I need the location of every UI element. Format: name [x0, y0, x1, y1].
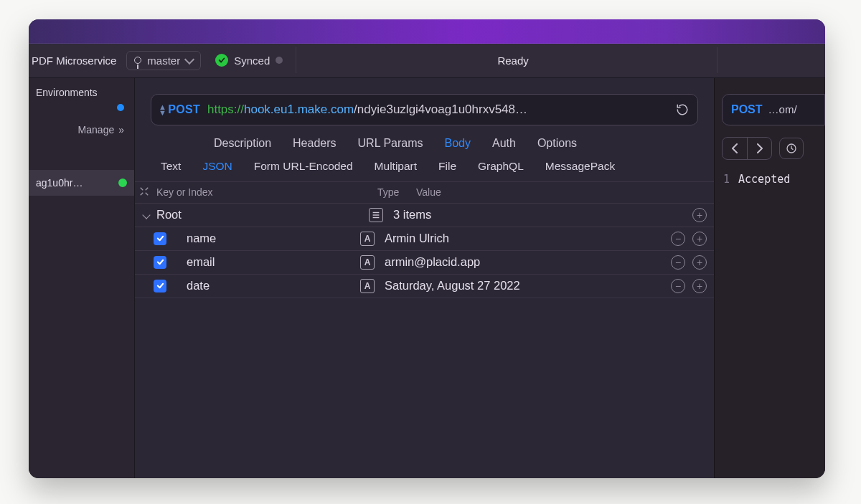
json-row[interactable]: name A Armin Ulrich − +: [135, 227, 714, 251]
divider: [717, 47, 718, 73]
http-method: POST: [168, 103, 200, 116]
history-forward-button[interactable]: [747, 138, 771, 159]
response-body[interactable]: 1 Accepted: [715, 173, 825, 186]
row-enabled-checkbox[interactable]: [154, 232, 166, 245]
bodytype-form[interactable]: Form URL-Encoded: [254, 160, 353, 173]
remove-row-button[interactable]: −: [671, 232, 685, 246]
json-row[interactable]: email A armin@placid.app − +: [135, 251, 714, 275]
line-number: 1: [723, 173, 730, 186]
disclosure-toggle[interactable]: [139, 212, 154, 218]
sort-arrows-icon: ▲▼: [159, 104, 166, 115]
project-name[interactable]: PDF Microservice: [32, 54, 116, 67]
window-titlebar[interactable]: [29, 19, 825, 44]
chevron-right-icon: »: [118, 124, 124, 135]
environment-name: ag1u0hr…: [36, 177, 113, 189]
response-nav: [722, 137, 825, 160]
tab-url-params[interactable]: URL Params: [358, 137, 423, 150]
sync-label: Synced: [234, 54, 270, 67]
url-bar[interactable]: ▲▼ POST https://hook.eu1.make.com/ndyie3…: [151, 94, 698, 125]
tab-headers[interactable]: Headers: [293, 137, 336, 150]
environment-item[interactable]: ag1u0hr…: [29, 170, 134, 196]
json-key[interactable]: date: [172, 279, 360, 293]
tab-auth[interactable]: Auth: [492, 137, 516, 150]
json-value[interactable]: armin@placid.app: [385, 255, 671, 269]
sidebar-header: Environments: [29, 78, 134, 103]
remove-row-button[interactable]: −: [671, 255, 685, 270]
col-value: Value: [416, 186, 707, 198]
send-request-button[interactable]: [673, 100, 692, 119]
root-key: Root: [154, 208, 369, 222]
manage-environments[interactable]: Manage »: [29, 111, 134, 148]
manage-label: Manage: [78, 124, 115, 135]
json-value[interactable]: Armin Ulrich: [385, 232, 671, 245]
type-string-icon[interactable]: A: [360, 255, 375, 270]
type-object-icon[interactable]: [369, 208, 383, 222]
request-panel: ▲▼ POST https://hook.eu1.make.com/ndyie3…: [135, 78, 714, 478]
active-indicator-icon: [118, 179, 127, 187]
add-row-button[interactable]: +: [692, 279, 707, 293]
tab-options[interactable]: Options: [537, 137, 577, 150]
divider: [296, 47, 296, 73]
row-enabled-checkbox[interactable]: [154, 280, 166, 293]
url-input[interactable]: https://hook.eu1.make.com/ndyie3uzlgi4vo…: [207, 103, 666, 117]
add-row-button[interactable]: +: [692, 232, 707, 246]
sync-status[interactable]: Synced: [215, 54, 283, 67]
app-window: PDF Microservice master Synced Ready Env…: [29, 19, 825, 478]
tab-body[interactable]: Body: [445, 137, 471, 150]
bodytype-msgpack[interactable]: MessagePack: [545, 160, 615, 173]
json-value[interactable]: Saturday, August 27 2022: [385, 279, 671, 293]
history-button[interactable]: [779, 138, 804, 159]
bodytype-json[interactable]: JSON: [202, 160, 232, 173]
branch-icon: [134, 57, 141, 64]
tab-description[interactable]: Description: [214, 137, 271, 150]
check-icon: [215, 54, 228, 67]
branch-name: master: [147, 54, 180, 67]
remove-row-button[interactable]: −: [671, 279, 685, 293]
body-type-tabs: Text JSON Form URL-Encoded Multipart Fil…: [135, 160, 714, 182]
json-columns-header: Key or Index Type Value: [135, 182, 714, 204]
sidebar: Environments Manage » ag1u0hr…: [29, 78, 135, 478]
collapse-all-button[interactable]: [139, 186, 149, 199]
http-method-selector[interactable]: ▲▼ POST: [159, 103, 200, 116]
add-child-button[interactable]: +: [692, 208, 707, 222]
col-key: Key or Index: [156, 186, 370, 198]
type-string-icon[interactable]: A: [360, 232, 375, 246]
bodytype-file[interactable]: File: [438, 160, 456, 173]
history-back-button[interactable]: [723, 138, 747, 159]
json-root-row[interactable]: Root 3 items +: [135, 204, 714, 227]
type-string-icon[interactable]: A: [360, 279, 375, 293]
response-method: POST: [731, 103, 763, 116]
col-type: Type: [377, 186, 409, 198]
chevron-down-icon: [142, 211, 150, 219]
json-key[interactable]: name: [172, 232, 360, 245]
chevron-down-icon: [184, 54, 194, 64]
response-panel: POST …om/ 1 Accepted: [714, 78, 825, 478]
bodytype-multipart[interactable]: Multipart: [375, 160, 417, 173]
branch-picker[interactable]: master: [126, 51, 201, 70]
json-row[interactable]: date A Saturday, August 27 2022 − +: [135, 275, 714, 298]
response-url-tail: …om/: [768, 103, 797, 115]
status-text: Ready: [309, 54, 717, 67]
add-row-button[interactable]: +: [692, 255, 707, 270]
response-text: Accepted: [738, 173, 790, 186]
root-summary: 3 items: [393, 208, 692, 222]
toolbar: PDF Microservice master Synced Ready: [29, 44, 825, 78]
request-tabs: Description Headers URL Params Body Auth…: [135, 125, 714, 160]
response-url-bar[interactable]: POST …om/: [722, 94, 825, 125]
bodytype-text[interactable]: Text: [161, 160, 181, 173]
dirty-indicator-icon: [276, 57, 283, 64]
json-key[interactable]: email: [172, 255, 360, 269]
row-enabled-checkbox[interactable]: [154, 256, 166, 269]
json-editor[interactable]: Root 3 items + name A Armin Ulrich: [135, 204, 714, 478]
env-indicator-icon: [117, 104, 124, 111]
bodytype-graphql[interactable]: GraphQL: [478, 160, 524, 173]
